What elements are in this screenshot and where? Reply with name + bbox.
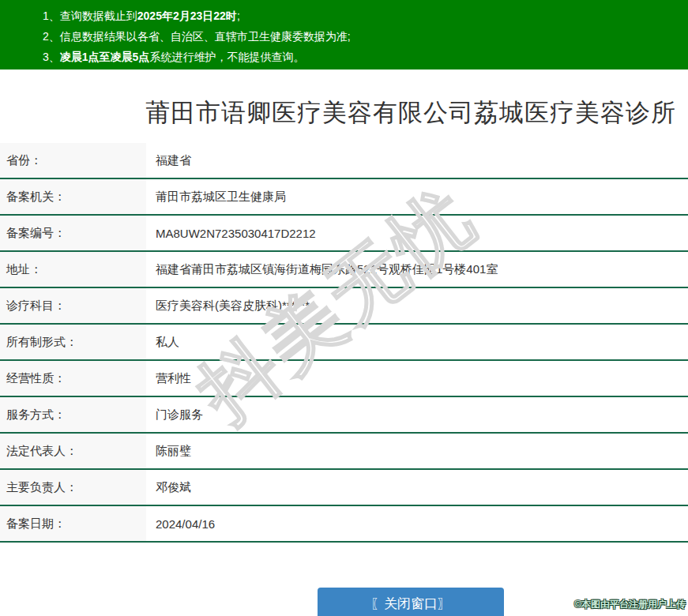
row-label: 地址： bbox=[0, 252, 146, 287]
row-value: 2024/04/16 bbox=[146, 506, 688, 541]
table-row-principal-person: 主要负责人： 邓俊斌 bbox=[0, 470, 688, 506]
notice-text: 查询数据截止到 bbox=[60, 9, 137, 22]
notice-number: 1、 bbox=[43, 9, 60, 22]
row-value: 门诊服务 bbox=[146, 397, 688, 432]
row-value: 莆田市荔城区卫生健康局 bbox=[146, 179, 688, 214]
notice-text-bold: 2025年2月23日22时 bbox=[137, 9, 237, 22]
row-value: 医疗美容科(美容皮肤科)****** bbox=[146, 288, 688, 323]
table-row-legal-representative: 法定代表人： 陈丽璧 bbox=[0, 434, 688, 470]
row-label: 法定代表人： bbox=[0, 434, 146, 468]
notice-number: 2、 bbox=[43, 30, 60, 43]
table-row-address: 地址： 福建省莆田市荔城区镇海街道梅园东路521号观桥佳园1号楼401室 bbox=[0, 252, 688, 288]
table-row-service-mode: 服务方式： 门诊服务 bbox=[0, 397, 688, 434]
row-value: MA8UW2N7235030417D2212 bbox=[146, 216, 688, 250]
row-value: 陈丽璧 bbox=[146, 434, 688, 468]
row-label: 备案编号： bbox=[0, 216, 146, 250]
row-value: 邓俊斌 bbox=[146, 470, 688, 505]
row-label: 服务方式： bbox=[0, 397, 146, 432]
notice-bar: 1、查询数据截止到2025年2月23日22时; 2、信息数据结果以各省、自治区、… bbox=[0, 0, 688, 69]
notice-line-1: 1、查询数据截止到2025年2月23日22时; bbox=[0, 6, 688, 26]
row-value: 福建省 bbox=[146, 143, 688, 178]
record-table: 省份： 福建省 备案机关： 莆田市荔城区卫生健康局 备案编号： MA8UW2N7… bbox=[0, 143, 688, 543]
row-label: 主要负责人： bbox=[0, 470, 146, 505]
close-window-button[interactable]: 〖关闭窗口〗 bbox=[318, 588, 504, 616]
table-row-operating-nature: 经营性质： 营利性 bbox=[0, 361, 688, 397]
row-value: 营利性 bbox=[146, 361, 688, 396]
row-label: 省份： bbox=[0, 143, 146, 178]
row-value: 私人 bbox=[146, 325, 688, 359]
row-value: 福建省莆田市荔城区镇海街道梅园东路521号观桥佳园1号楼401室 bbox=[146, 252, 688, 287]
platform-credit-caption: ©本图由平台注册用户上传 bbox=[574, 598, 686, 611]
notice-text: 系统进行维护，不能提供查询。 bbox=[149, 51, 304, 63]
notice-line-2: 2、信息数据结果以各省、自治区、直辖市卫生健康委数据为准; bbox=[0, 26, 688, 47]
table-row-clinical-departments: 诊疗科目： 医疗美容科(美容皮肤科)****** bbox=[0, 288, 688, 325]
notice-text: 信息数据结果以各省、自治区、直辖市卫生健康委数据为准; bbox=[60, 30, 351, 43]
notice-number: 3、 bbox=[43, 51, 60, 63]
table-row-province: 省份： 福建省 bbox=[0, 143, 688, 179]
notice-text-bold: 凌晨1点至凌晨5点 bbox=[60, 51, 150, 63]
notice-text: ; bbox=[237, 9, 240, 22]
notice-line-3: 3、凌晨1点至凌晨5点系统进行维护，不能提供查询。 bbox=[0, 47, 688, 67]
row-label: 所有制形式： bbox=[0, 325, 146, 359]
table-row-ownership-form: 所有制形式： 私人 bbox=[0, 325, 688, 361]
row-label: 诊疗科目： bbox=[0, 288, 146, 323]
table-row-registration-authority: 备案机关： 莆田市荔城区卫生健康局 bbox=[0, 179, 688, 216]
page-title: 莆田市语卿医疗美容有限公司荔城医疗美容诊所 bbox=[0, 96, 688, 130]
row-label: 备案日期： bbox=[0, 506, 146, 541]
table-row-registration-date: 备案日期： 2024/04/16 bbox=[0, 506, 688, 543]
row-label: 备案机关： bbox=[0, 179, 146, 214]
content-page: 莆田市语卿医疗美容有限公司荔城医疗美容诊所 省份： 福建省 备案机关： 莆田市荔… bbox=[0, 96, 688, 616]
row-label: 经营性质： bbox=[0, 361, 146, 396]
table-row-registration-number: 备案编号： MA8UW2N7235030417D2212 bbox=[0, 216, 688, 252]
